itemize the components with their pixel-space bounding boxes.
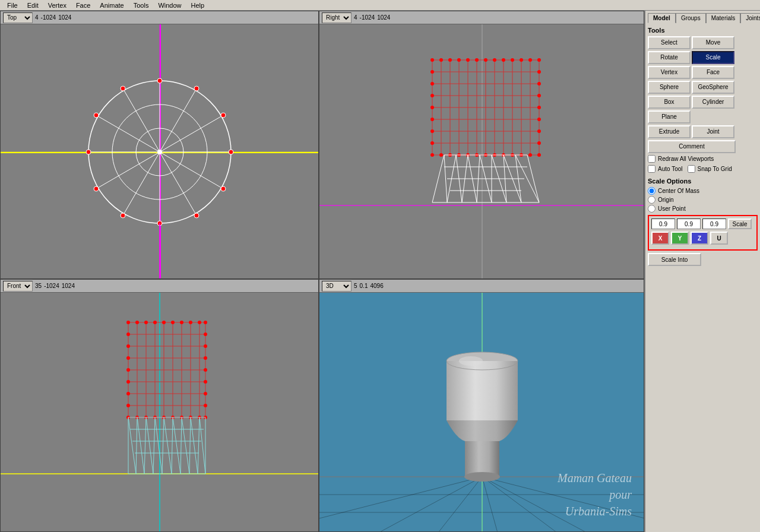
viewport-top-canvas[interactable] <box>1 24 318 278</box>
svg-rect-209 <box>465 441 499 477</box>
svg-line-199 <box>482 477 587 532</box>
svg-point-147 <box>204 332 207 336</box>
menu-help[interactable]: Help <box>186 1 210 10</box>
svg-point-158 <box>126 404 130 407</box>
axis-y-button[interactable]: Y <box>671 232 689 245</box>
panel-tabs: Model Groups Materials Joints <box>648 13 758 23</box>
comment-button[interactable]: Comment <box>648 140 736 153</box>
svg-point-82 <box>430 153 434 157</box>
viewport-top-min: -1024 <box>41 14 56 21</box>
viewport-front-select[interactable]: Front Top Right 3D <box>3 281 33 292</box>
menu-vertex[interactable]: Vertex <box>43 1 71 10</box>
viewport-3d-min: 0.1 <box>360 283 368 289</box>
joint-button[interactable]: Joint <box>692 125 734 138</box>
radio-user-point: User Point <box>648 205 758 213</box>
menu-window[interactable]: Window <box>153 1 186 10</box>
tab-joints[interactable]: Joints <box>740 13 760 23</box>
viewport-right-canvas[interactable] <box>319 24 644 278</box>
radio-origin[interactable] <box>648 196 656 204</box>
svg-point-69 <box>537 70 541 74</box>
svg-point-22 <box>194 213 199 218</box>
svg-point-93 <box>528 153 532 157</box>
menu-file[interactable]: File <box>2 1 23 10</box>
axis-z-button[interactable]: Z <box>691 232 708 245</box>
viewport-3d-canvas[interactable]: Maman Gateau pour Urbania-Sims <box>319 293 644 531</box>
axis-u-button[interactable]: U <box>710 232 728 245</box>
face-button[interactable]: Face <box>692 66 734 79</box>
extrude-button[interactable]: Extrude <box>648 125 691 138</box>
svg-point-77 <box>537 118 541 121</box>
radio-center-mass-label: Center Of Mass <box>658 188 699 194</box>
snap-checkbox[interactable] <box>688 165 695 173</box>
scale-apply-button[interactable]: Scale <box>728 218 752 229</box>
btn-row-select-move: Select Move <box>648 36 758 49</box>
viewport-3d[interactable]: 3D Top Front Right 5 0.1 4096 <box>319 279 644 532</box>
radio-user-point[interactable] <box>648 205 656 213</box>
tools-section-title: Tools <box>648 27 758 34</box>
tab-groups[interactable]: Groups <box>676 13 706 23</box>
svg-line-10 <box>123 152 160 216</box>
move-button[interactable]: Move <box>692 36 734 49</box>
svg-point-68 <box>430 70 434 74</box>
svg-point-18 <box>194 86 199 91</box>
plane-button[interactable]: Plane <box>648 110 691 124</box>
svg-point-137 <box>135 321 139 324</box>
axis-x-button[interactable]: X <box>651 232 669 245</box>
svg-line-7 <box>160 152 223 189</box>
3d-view-svg <box>319 293 644 532</box>
geosphere-button[interactable]: GeoSphere <box>692 81 734 94</box>
viewport-top-select[interactable]: Top Front Right 3D <box>3 12 33 23</box>
svg-point-212 <box>459 356 483 366</box>
svg-point-74 <box>430 106 434 109</box>
menu-animate[interactable]: Animate <box>95 1 128 10</box>
right-panel: Model Groups Materials Joints Tools Sele… <box>644 11 760 532</box>
main-area: Top Front Right 3D 4 -1024 1024 <box>0 11 760 532</box>
scale-z-input[interactable]: 0.9 <box>702 218 726 229</box>
viewport-top-max: 1024 <box>58 14 71 21</box>
box-button[interactable]: Box <box>648 96 691 109</box>
viewport-front[interactable]: Front Top Right 3D 35 -1024 1024 <box>0 279 319 532</box>
tab-materials[interactable]: Materials <box>706 13 741 23</box>
svg-line-197 <box>482 477 498 532</box>
auto-tool-checkbox[interactable] <box>648 165 656 173</box>
svg-line-180 <box>172 417 173 474</box>
svg-line-198 <box>482 477 557 532</box>
svg-point-78 <box>430 129 434 133</box>
menu-edit[interactable]: Edit <box>23 1 43 10</box>
radio-origin-label: Origin <box>658 197 674 203</box>
redraw-checkbox[interactable] <box>648 155 656 163</box>
viewport-top[interactable]: Top Front Right 3D 4 -1024 1024 <box>0 11 319 279</box>
scale-x-input[interactable]: 0.9 <box>651 218 675 229</box>
svg-point-61 <box>484 58 487 62</box>
svg-point-59 <box>466 58 470 62</box>
menu-tools[interactable]: Tools <box>129 1 154 10</box>
scale-button[interactable]: Scale <box>692 51 734 64</box>
viewport-3d-select[interactable]: 3D Top Front Right <box>322 281 352 292</box>
svg-point-28 <box>121 86 125 91</box>
scale-into-button[interactable]: Scale Into <box>648 253 701 266</box>
svg-line-14 <box>123 88 160 152</box>
viewport-front-min: -1024 <box>44 283 59 289</box>
cylinder-button[interactable]: Cylinder <box>692 96 734 109</box>
front-view-svg <box>1 293 319 532</box>
sphere-button[interactable]: Sphere <box>648 81 691 94</box>
menu-face[interactable]: Face <box>71 1 95 10</box>
svg-point-60 <box>475 58 479 62</box>
svg-point-21 <box>221 186 226 191</box>
radio-center-mass[interactable] <box>648 187 656 195</box>
viewport-right[interactable]: Right Top Front 3D 4 -1024 1024 <box>319 11 644 279</box>
tab-model[interactable]: Model <box>648 13 676 23</box>
svg-point-26 <box>86 150 91 154</box>
btn-row-box-cylinder: Box Cylinder <box>648 96 758 109</box>
viewport-front-canvas[interactable] <box>1 293 318 531</box>
rotate-button[interactable]: Rotate <box>648 51 691 64</box>
scale-y-input[interactable]: 0.9 <box>677 218 701 229</box>
viewport-right-select[interactable]: Right Top Front 3D <box>322 12 352 23</box>
select-button[interactable]: Select <box>648 36 691 49</box>
svg-point-71 <box>537 82 541 86</box>
svg-point-83 <box>439 153 443 157</box>
svg-point-154 <box>126 380 130 384</box>
vertex-button[interactable]: Vertex <box>648 66 691 79</box>
btn-row-rotate-scale: Rotate Scale <box>648 51 758 64</box>
viewport-front-zoom: 35 <box>35 283 42 289</box>
